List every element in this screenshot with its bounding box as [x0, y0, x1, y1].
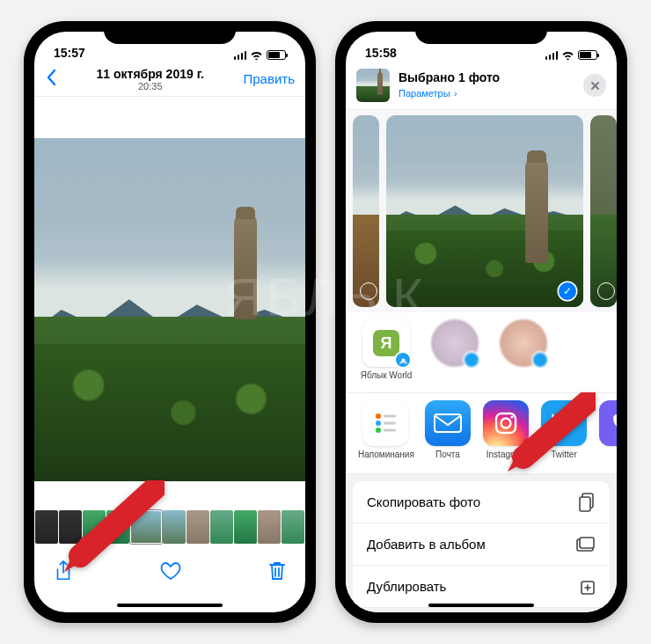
app-icon — [599, 400, 617, 446]
phone-right: 15:58 Выбрано 1 фото Параметры › — [335, 21, 627, 623]
svg-rect-16 — [580, 538, 594, 548]
favorite-button[interactable] — [160, 561, 181, 581]
thumb[interactable] — [258, 510, 281, 544]
share-app-more[interactable] — [599, 400, 617, 466]
share-app-mail[interactable]: Почта — [425, 400, 471, 466]
status-icons — [234, 50, 287, 60]
thumb[interactable] — [106, 510, 129, 544]
app-label: Twitter — [541, 450, 587, 459]
airdrop-contact[interactable] — [497, 319, 550, 385]
thumb[interactable] — [59, 510, 82, 544]
select-circle-icon[interactable] — [360, 282, 377, 300]
cellular-icon — [234, 51, 247, 60]
mail-icon — [425, 400, 471, 446]
share-app-instagram[interactable]: Instagram — [483, 400, 529, 466]
preview-row[interactable]: ✓ — [346, 110, 617, 312]
svg-text:Я: Я — [381, 334, 392, 352]
preview-thumb[interactable] — [353, 115, 379, 307]
photo-date: 11 октября 2019 г. — [57, 67, 244, 81]
checkmark-icon[interactable]: ✓ — [559, 282, 576, 300]
thumb[interactable] — [187, 510, 209, 544]
svg-rect-9 — [435, 414, 461, 432]
photo-viewer[interactable] — [34, 97, 305, 505]
nav-bar: 11 октября 2019 г. 20:35 Править — [34, 62, 305, 97]
status-time: 15:57 — [54, 46, 85, 60]
preview-thumb-selected[interactable]: ✓ — [386, 115, 583, 307]
photo-time: 20:35 — [57, 81, 244, 91]
svg-point-11 — [501, 419, 511, 428]
filmstrip[interactable] — [34, 505, 305, 549]
thumb[interactable] — [163, 510, 186, 544]
thumb[interactable] — [234, 510, 257, 544]
wifi-icon — [561, 50, 574, 60]
wifi-icon — [250, 50, 263, 60]
home-indicator[interactable] — [117, 604, 223, 607]
sheet-thumbnail — [356, 69, 390, 102]
airdrop-icon — [394, 351, 412, 369]
notch — [104, 21, 236, 44]
action-label: Скопировать фото — [367, 494, 480, 509]
preview-thumb[interactable] — [590, 115, 617, 307]
svg-rect-14 — [580, 497, 590, 511]
notch — [415, 21, 547, 44]
app-label: Instagram — [483, 450, 529, 459]
status-icons — [545, 50, 598, 60]
app-label: Почта — [425, 450, 471, 459]
actions-list: Скопировать фото Добавить в альбом Дубли… — [346, 474, 617, 612]
airdrop-row[interactable]: Я Яблык World — [346, 312, 617, 393]
trash-button[interactable] — [268, 560, 286, 582]
thumb[interactable] — [282, 510, 304, 544]
airdrop-icon — [463, 351, 480, 369]
app-label: Напоминания — [358, 450, 413, 459]
thumb[interactable] — [35, 510, 58, 544]
battery-icon — [267, 50, 286, 60]
duplicate-icon — [578, 578, 596, 596]
home-indicator[interactable] — [428, 604, 534, 607]
share-app-reminders[interactable]: Напоминания — [358, 400, 413, 466]
svg-point-7 — [376, 428, 381, 433]
close-button[interactable] — [583, 74, 606, 97]
twitter-icon — [541, 400, 587, 446]
svg-point-5 — [376, 421, 381, 426]
sheet-title: Выбрано 1 фото — [399, 70, 500, 84]
instagram-icon — [483, 400, 529, 446]
phone-left: 15:57 11 октября 2019 г. 20:35 Править — [24, 21, 316, 623]
toolbar — [34, 549, 305, 593]
edit-button[interactable]: Править — [244, 71, 296, 86]
nav-title: 11 октября 2019 г. 20:35 — [57, 67, 244, 91]
action-add-to-album[interactable]: Добавить в альбом — [353, 523, 610, 566]
svg-point-3 — [376, 413, 381, 419]
share-sheet-header: Выбрано 1 фото Параметры › — [346, 62, 617, 110]
svg-rect-6 — [384, 422, 396, 425]
status-time: 15:58 — [365, 46, 397, 60]
thumb-selected[interactable] — [130, 510, 162, 544]
album-icon — [576, 537, 596, 553]
action-duplicate[interactable]: Дублировать — [353, 566, 610, 608]
airdrop-icon — [531, 351, 549, 369]
select-circle-icon[interactable] — [597, 282, 615, 300]
thumb[interactable] — [83, 510, 106, 544]
thumb[interactable] — [210, 510, 233, 544]
svg-rect-8 — [384, 429, 396, 432]
photo-content — [34, 138, 305, 481]
battery-icon — [578, 50, 597, 60]
svg-rect-4 — [384, 415, 396, 418]
sheet-options-button[interactable]: Параметры › — [399, 84, 500, 100]
airdrop-label: Яблык World — [360, 370, 413, 380]
airdrop-contact[interactable] — [428, 319, 481, 385]
copy-icon — [578, 493, 596, 512]
airdrop-contact[interactable]: Я Яблык World — [360, 319, 413, 385]
share-button[interactable] — [54, 560, 73, 582]
action-copy-photo[interactable]: Скопировать фото — [353, 481, 610, 523]
chevron-right-icon: › — [454, 88, 457, 99]
action-label: Добавить в альбом — [367, 537, 486, 552]
share-app-twitter[interactable]: Twitter — [541, 400, 587, 466]
back-button[interactable] — [45, 67, 57, 91]
svg-point-12 — [510, 415, 513, 418]
reminders-icon — [362, 400, 408, 446]
action-label: Дублировать — [367, 579, 446, 594]
apps-row[interactable]: Напоминания Почта Instagram — [346, 393, 617, 474]
cellular-icon — [545, 51, 559, 60]
